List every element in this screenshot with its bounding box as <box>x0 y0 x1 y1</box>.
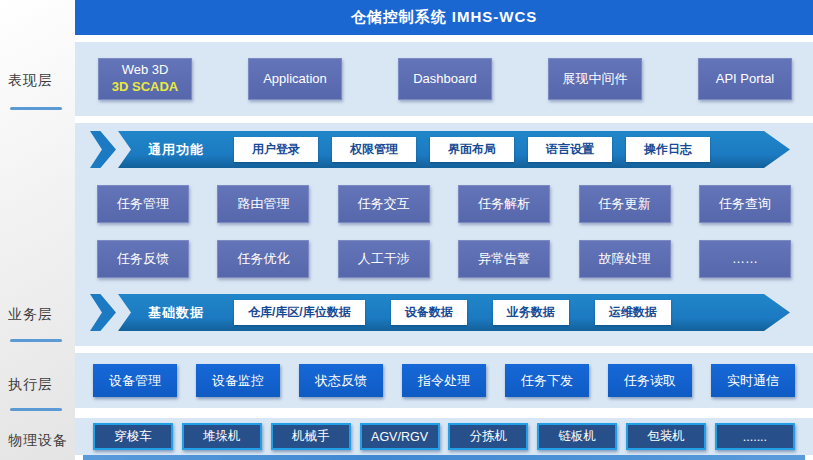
module-box: Application <box>248 58 342 100</box>
execution-box: 设备管理 <box>93 364 177 397</box>
layer-underline <box>10 339 62 342</box>
module-box: 任务查询 <box>699 185 791 223</box>
module-box: 任务解析 <box>458 185 550 223</box>
banner-label: 基础数据 <box>148 304 204 322</box>
module-box: 异常告警 <box>458 240 550 278</box>
banner-item: 仓库/库区/库位数据 <box>234 300 365 325</box>
banner-item: 运维数据 <box>595 300 671 325</box>
common-functions-banner: 通用功能 用户登录 权限管理 界面布局 语言设置 操作日志 <box>90 131 790 168</box>
module-box: 任务优化 <box>217 240 309 278</box>
business-modules-row-1: 任务管理 路由管理 任务交互 任务解析 任务更新 任务查询 <box>75 185 813 223</box>
banner-item: 用户登录 <box>234 137 318 162</box>
business-layer-panel: 通用功能 用户登录 权限管理 界面布局 语言设置 操作日志 <box>75 123 813 346</box>
module-box: 任务更新 <box>579 185 671 223</box>
banner-item: 操作日志 <box>626 137 710 162</box>
banner-items: 仓库/库区/库位数据 设备数据 业务数据 运维数据 <box>234 300 671 325</box>
layer-underline <box>10 107 62 110</box>
execution-box: 状态反馈 <box>299 364 383 397</box>
execution-box: 实时通信 <box>711 364 795 397</box>
device-box: 分拣机 <box>448 423 528 450</box>
banner-chevron-icon <box>90 131 116 168</box>
banner-arrow-body: 基础数据 仓库/库区/库位数据 设备数据 业务数据 运维数据 <box>118 294 790 331</box>
banner-item: 界面布局 <box>430 137 514 162</box>
layer-underline <box>10 408 62 411</box>
banner-item: 设备数据 <box>391 300 467 325</box>
banner-item: 权限管理 <box>332 137 416 162</box>
banner-arrow-body: 通用功能 用户登录 权限管理 界面布局 语言设置 操作日志 <box>118 131 790 168</box>
banner-item: 语言设置 <box>528 137 612 162</box>
module-box: 故障处理 <box>579 240 671 278</box>
diagram-main: 仓储控制系统 IMHS-WCS Web 3D 3D SCADA Applicat… <box>75 0 813 460</box>
banner-chevron-icon <box>90 294 116 331</box>
layer-label-presentation: 表现层 <box>8 72 53 90</box>
device-box: 机械手 <box>271 423 351 450</box>
module-box: 任务交互 <box>338 185 430 223</box>
device-box: ....... <box>715 423 795 450</box>
presentation-layer-panel: Web 3D 3D SCADA Application Dashboard 展现… <box>75 42 813 116</box>
module-box: 路由管理 <box>217 185 309 223</box>
layer-label-execution: 执行层 <box>8 376 53 394</box>
module-box-label: Web 3D <box>122 62 169 79</box>
device-box: 包装机 <box>626 423 706 450</box>
execution-box: 任务下发 <box>505 364 589 397</box>
module-box: Dashboard <box>398 58 492 100</box>
basic-data-banner: 基础数据 仓库/库区/库位数据 设备数据 业务数据 运维数据 <box>90 294 790 331</box>
execution-box: 指令处理 <box>402 364 486 397</box>
device-box: AGV/RGV <box>360 423 440 450</box>
module-box: 任务管理 <box>97 185 189 223</box>
banner-label: 通用功能 <box>148 141 204 159</box>
device-box: 链板机 <box>537 423 617 450</box>
wcs-architecture-diagram: 表现层 业务层 执行层 物理设备 仓储控制系统 IMHS-WCS Web 3D … <box>0 0 813 460</box>
physical-devices-panel: 穿梭车 堆垛机 机械手 AGV/RGV 分拣机 链板机 包装机 ....... <box>75 418 813 455</box>
module-box: API Portal <box>698 58 792 100</box>
execution-layer-panel: 设备管理 设备监控 状态反馈 指令处理 任务下发 任务读取 实时通信 <box>75 353 813 408</box>
module-box: 任务反馈 <box>97 240 189 278</box>
business-modules-row-2: 任务反馈 任务优化 人工干涉 异常告警 故障处理 …… <box>75 240 813 278</box>
system-title: 仓储控制系统 IMHS-WCS <box>351 8 538 27</box>
banner-items: 用户登录 权限管理 界面布局 语言设置 操作日志 <box>234 137 710 162</box>
module-box-sublabel: 3D SCADA <box>112 79 178 96</box>
bottom-accent-bar <box>83 455 805 460</box>
title-bar: 仓储控制系统 IMHS-WCS <box>75 0 813 35</box>
layer-sidebar: 表现层 业务层 执行层 物理设备 <box>0 0 75 460</box>
layer-label-business: 业务层 <box>8 306 53 324</box>
module-box-web3d: Web 3D 3D SCADA <box>98 58 192 100</box>
module-box: 人工干涉 <box>338 240 430 278</box>
device-box: 堆垛机 <box>182 423 262 450</box>
device-box: 穿梭车 <box>93 423 173 450</box>
module-box: 展现中间件 <box>548 58 642 100</box>
banner-item: 业务数据 <box>493 300 569 325</box>
execution-box: 设备监控 <box>196 364 280 397</box>
layer-label-physical: 物理设备 <box>8 432 68 450</box>
execution-box: 任务读取 <box>608 364 692 397</box>
module-box: …… <box>699 240 791 278</box>
